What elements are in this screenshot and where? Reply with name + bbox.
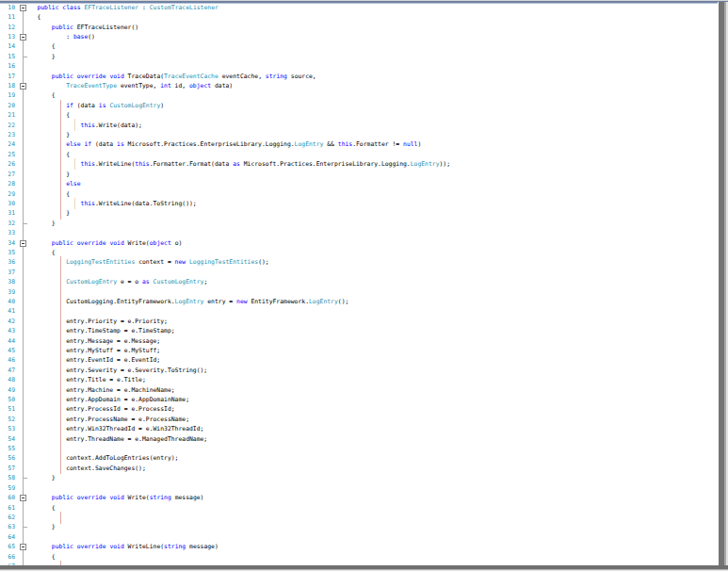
code-line[interactable]: 22 this.Write(data); [0,121,717,130]
code-text: } [23,522,56,531]
code-line[interactable]: 44 entry.Message = e.Message; [0,336,717,346]
code-line[interactable]: 21 { [0,110,717,120]
code-line[interactable]: 43 entry.TimeStamp = e.TimeStamp; [0,326,717,335]
code-line[interactable]: 59 [0,483,717,493]
line-number: 18 [0,81,15,90]
code-text: else [23,179,81,188]
code-text: this.WriteLine(data.ToString()); [23,199,197,208]
fold-collapse-icon[interactable] [20,240,26,247]
code-text: TraceEventType eventType, int id, object… [23,81,233,90]
code-text: entry.Message = e.Message; [23,336,160,346]
fold-collapse-icon[interactable] [20,34,26,41]
line-number: 35 [0,248,15,257]
code-line[interactable]: 39 [0,287,717,297]
code-line[interactable]: 40 CustomLogging.EntityFramework.LogEntr… [0,297,717,306]
code-line[interactable]: 17 public override void TraceData(TraceE… [0,72,717,81]
line-number: 58 [0,473,15,482]
code-line[interactable]: 11 { [0,12,717,22]
code-line[interactable]: 61 { [0,503,717,513]
code-line[interactable]: 50 entry.AppDomain = e.AppDomainName; [0,395,717,404]
code-line[interactable]: 51 entry.ProcessId = e.ProcessId; [0,404,717,414]
code-line[interactable]: 49 entry.Machine = e.MachineName; [0,385,717,395]
code-line[interactable]: 53 entry.Win32ThreadId = e.Win32ThreadId… [0,424,717,433]
code-line[interactable]: 23 } [0,130,717,139]
code-text: public override void Write(object o) [23,238,182,248]
code-line[interactable]: 33 [0,228,717,237]
code-line[interactable]: 19 { [0,90,717,100]
code-line[interactable]: 41 [0,306,717,316]
code-line[interactable]: 56 context.AddToLogEntries(entry); [0,453,717,463]
code-line[interactable]: 18 TraceEventType eventType, int id, obj… [0,81,717,90]
code-line[interactable]: 46 entry.EventId = e.EventId; [0,355,717,365]
code-line[interactable]: 32 } [0,219,717,228]
code-line[interactable]: 66 { [0,552,717,562]
code-line[interactable]: 57 context.SaveChanges(); [0,464,717,473]
code-text: entry.Priority = e.Priority; [23,317,168,326]
code-line[interactable]: 35 { [0,248,717,257]
code-line[interactable]: 26 this.WriteLine(this.Formatter.Format(… [0,159,717,169]
line-number: 26 [0,159,15,169]
line-number: 25 [0,150,15,159]
code-text: } [23,219,56,228]
code-line[interactable]: 48 entry.Title = e.Title; [0,375,717,384]
fold-collapse-icon[interactable] [20,495,26,501]
code-line[interactable]: 62 [0,513,717,522]
code-line[interactable]: 30 this.WriteLine(data.ToString()); [0,199,717,208]
code-text: { [23,90,56,100]
code-line[interactable]: 64 [0,532,717,542]
code-line[interactable]: 12 public EFTraceListener() [0,23,717,32]
code-line[interactable]: 29 { [0,189,717,199]
code-area[interactable]: 10 public class EFTraceListener : Custom… [0,3,717,571]
code-line[interactable]: 38 CustomLogEntry e = o as CustomLogEntr… [0,277,717,286]
code-line[interactable]: 60 public override void Write(string mes… [0,493,717,502]
code-text: entry.MyStuff = e.MyStuff; [23,346,160,355]
code-line[interactable]: 14 { [0,41,717,51]
code-line[interactable]: 31 } [0,208,717,218]
line-number: 39 [0,287,15,297]
line-number: 48 [0,375,15,384]
code-text: } [23,130,70,139]
code-text: entry.TimeStamp = e.TimeStamp; [23,326,175,335]
code-line[interactable]: 63 } [0,522,717,531]
code-text: } [23,52,56,61]
code-text: context.SaveChanges(); [23,464,146,473]
line-number: 41 [0,306,15,316]
code-line[interactable]: 42 entry.Priority = e.Priority; [0,317,717,326]
code-line[interactable]: 37 [0,268,717,277]
fold-collapse-icon[interactable] [20,5,26,11]
fold-collapse-icon[interactable] [20,83,26,90]
code-line[interactable]: 15 } [0,52,717,61]
code-line[interactable]: 28 else [0,179,717,188]
code-text: this.Write(data); [23,121,142,130]
line-number: 22 [0,121,15,130]
code-text: entry.ProcessId = e.ProcessId; [23,404,175,414]
code-line[interactable]: 16 [0,61,717,71]
window-right-shadow [718,2,728,571]
code-text: public EFTraceListener() [23,23,138,32]
code-text: { [23,552,56,562]
code-line[interactable]: 55 [0,444,717,453]
code-line[interactable]: 34 public override void Write(object o) [0,238,717,248]
code-line[interactable]: 27 } [0,170,717,179]
line-number: 23 [0,130,15,139]
fold-collapse-icon[interactable] [20,544,26,550]
code-line[interactable]: 36 LoggingTestEntities context = new Log… [0,257,717,267]
code-text: context.AddToLogEntries(entry); [23,453,178,463]
code-line[interactable]: 10 public class EFTraceListener : Custom… [0,3,717,12]
code-line[interactable]: 52 entry.ProcessName = e.ProcessName; [0,415,717,424]
code-line[interactable]: 20 if (data is CustomLogEntry) [0,101,717,110]
line-number: 10 [0,3,15,12]
code-line[interactable]: 25 { [0,150,717,159]
line-number: 47 [0,366,15,375]
code-line[interactable]: 54 entry.ThreadName = e.ManagedThreadNam… [0,434,717,444]
code-text: { [23,189,70,199]
code-line[interactable]: 13 : base() [0,32,717,41]
line-number: 55 [0,444,15,453]
code-text: CustomLogging.EntityFramework.LogEntry e… [23,297,348,306]
line-number: 37 [0,268,15,277]
code-line[interactable]: 58 } [0,473,717,482]
code-line[interactable]: 47 entry.Severity = e.Severity.ToString(… [0,366,717,375]
code-line[interactable]: 45 entry.MyStuff = e.MyStuff; [0,346,717,355]
code-line[interactable]: 65 public override void WriteLine(string… [0,542,717,551]
code-line[interactable]: 24 else if (data is Microsoft.Practices.… [0,139,717,149]
